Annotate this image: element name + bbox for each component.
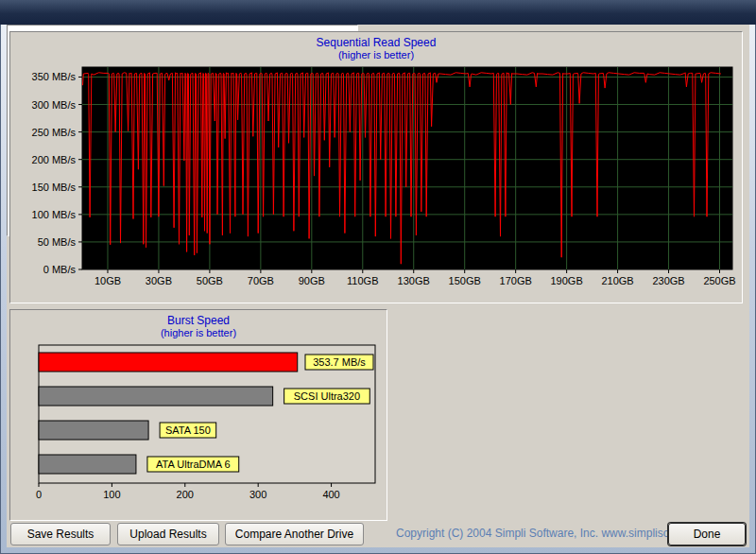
burst-bar <box>39 455 136 474</box>
y-tick-label: 0 MB/s <box>43 264 77 275</box>
burst-speed-chart: 0100200300400353.7 MB/sSCSI Ultra320SATA… <box>10 341 385 519</box>
y-tick-label: 250 MB/s <box>32 127 77 138</box>
burst-chart-subtitle: (higher is better) <box>10 327 387 339</box>
x-tick-label: 110GB <box>347 275 378 286</box>
x-tick-label: 100 <box>103 489 120 500</box>
bar-label: ATA UltraDMA 6 <box>156 459 230 470</box>
x-tick-label: 30GB <box>146 275 172 286</box>
x-tick-label: 190GB <box>551 275 583 286</box>
upload-results-button[interactable]: Upload Results <box>117 523 219 545</box>
y-tick-label: 350 MB/s <box>32 71 77 82</box>
x-tick-label: 200 <box>177 489 194 500</box>
x-tick-label: 230GB <box>652 275 684 286</box>
y-tick-label: 100 MB/s <box>32 209 77 220</box>
bar-label: 353.7 MB/s <box>313 356 366 368</box>
x-tick-label: 400 <box>322 489 339 500</box>
x-tick-label: 10GB <box>94 275 121 286</box>
save-results-button[interactable]: Save Results <box>10 523 111 545</box>
done-button[interactable]: Done <box>668 523 746 545</box>
hdtach-window: HD Tach version 3.0.4.0 - For non-commer… <box>0 0 756 554</box>
x-tick-label: 250GB <box>703 275 735 286</box>
bar-label: SATA 150 <box>165 424 211 436</box>
x-tick-label: 300 <box>249 489 266 500</box>
x-tick-label: 50GB <box>197 275 223 286</box>
y-tick-label: 300 MB/s <box>32 99 77 111</box>
y-tick-label: 50 MB/s <box>38 236 77 248</box>
burst-bar <box>39 387 273 406</box>
x-tick-label: 70GB <box>248 275 274 286</box>
y-tick-label: 150 MB/s <box>32 182 77 193</box>
bar-label: SCSI Ultra320 <box>294 390 360 402</box>
burst-speed-panel: Burst Speed (higher is better) 010020030… <box>9 309 387 521</box>
x-tick-label: 150GB <box>449 275 481 286</box>
sequential-read-panel: Sequential Read Speed (higher is better)… <box>9 31 743 303</box>
x-tick-label: 90GB <box>299 275 325 286</box>
x-tick-label: 130GB <box>398 275 430 286</box>
sequential-chart-title: Sequential Read Speed <box>10 32 742 49</box>
x-tick-label: 210GB <box>601 275 633 286</box>
y-tick-label: 200 MB/s <box>32 154 77 165</box>
sequential-chart-subtitle: (higher is better) <box>10 49 742 61</box>
x-tick-label: 170GB <box>500 275 532 286</box>
sequential-read-chart: 10GB30GB50GB70GB90GB110GB130GB150GB170GB… <box>10 63 740 300</box>
x-tick-label: 0 <box>36 489 42 500</box>
title-bar[interactable]: HD Tach version 3.0.4.0 - For non-commer… <box>0 0 756 25</box>
burst-bar <box>39 353 298 372</box>
client-area: Sequential Read Speed (higher is better)… <box>7 25 749 547</box>
burst-bar <box>39 421 148 440</box>
compare-another-drive-button[interactable]: Compare Another Drive <box>225 523 364 545</box>
burst-chart-title: Burst Speed <box>10 310 387 327</box>
